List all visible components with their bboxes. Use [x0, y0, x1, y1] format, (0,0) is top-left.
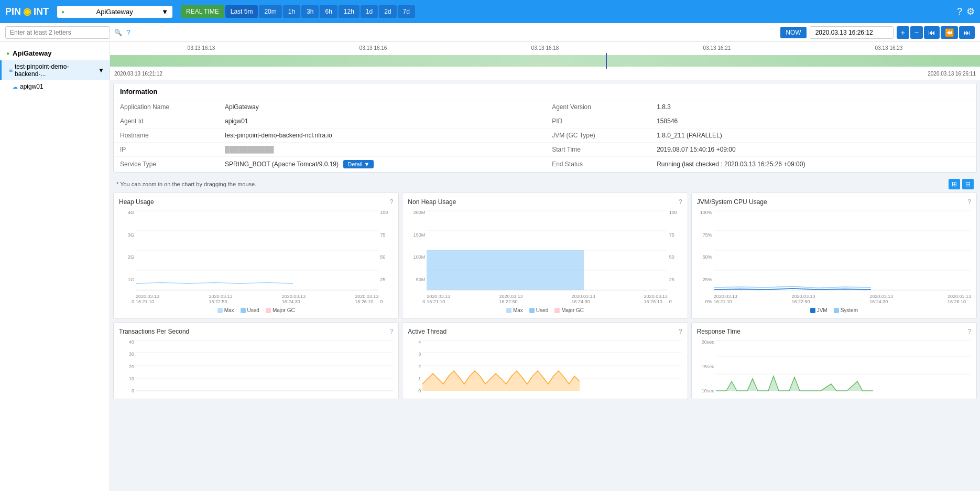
info-label: Application Name — [114, 100, 219, 114]
active-thread-wrapper: 43210 — [408, 339, 682, 393]
time-btn-6h[interactable]: 6h — [320, 5, 337, 18]
response-time-help-icon[interactable]: ? — [967, 328, 971, 335]
heap-help-icon[interactable]: ? — [390, 198, 394, 206]
sidebar-service-chevron: ▼ — [98, 67, 104, 74]
timeline-track[interactable] — [110, 53, 980, 69]
timeline-timestamps: 2020.03.13 16:21:12 2020.03.13 16:26:11 — [110, 70, 980, 78]
svg-marker-10 — [427, 250, 584, 290]
detail-button[interactable]: Detail ▼ — [343, 160, 374, 168]
info-label: Service Type — [114, 157, 219, 172]
info-label: Hostname — [114, 129, 219, 143]
sidebar-service-name: test-pinpoint-demo-backend-... — [15, 63, 96, 78]
sub-help-icon[interactable]: ? — [126, 28, 130, 37]
sidebar-agent-item[interactable]: ☁ apigw01 — [0, 80, 110, 93]
table-row: IP ███████████ Start Time 2019.08.07 15:… — [114, 143, 976, 157]
timeline-label-5: 03.13 16:23 — [875, 45, 903, 51]
zoom-in-button[interactable]: + — [897, 26, 909, 39]
table-row: Hostname test-pinpoint-demo-backend-ncl.… — [114, 129, 976, 143]
nh-legend-max: Max — [506, 307, 523, 313]
legend-majorgc: Major GC — [266, 307, 295, 313]
timeline-label-1: 03.13 16:13 — [188, 45, 215, 51]
tps-chart-svg — [136, 339, 393, 392]
time-btn-20m[interactable]: 20m — [259, 5, 281, 18]
sub-header: 🔍 ? NOW 2020.03.13 16:26:12 + − ⏮ ⏪ ⏭ — [0, 23, 980, 42]
time-btn-3h[interactable]: 3h — [301, 5, 319, 18]
heap-usage-title: Heap Usage ? — [119, 198, 393, 206]
time-btn-2d[interactable]: 2d — [379, 5, 396, 18]
sidebar-app-name: ApiGateway — [13, 49, 51, 57]
charts-hint: * You can zoom in on the chart by draggi… — [116, 181, 256, 187]
heap-chart-svg — [136, 210, 378, 291]
cpu-legend-system-dot — [834, 308, 839, 313]
search-input[interactable] — [5, 26, 110, 39]
tps-card: Transactions Per Second ? 403020100 — [113, 322, 399, 399]
search-icon[interactable]: 🔍 — [114, 29, 122, 36]
help-icon[interactable]: ? — [957, 6, 962, 17]
info-value: ApiGateway — [219, 100, 546, 114]
sidebar-app-dot: ● — [6, 50, 9, 56]
agent-icon: ☁ — [13, 84, 18, 90]
active-thread-help-icon[interactable]: ? — [679, 328, 682, 335]
logo-dot: ◉ — [23, 6, 31, 17]
info-panel: Information Application Name ApiGateway … — [113, 83, 977, 173]
list-view-button[interactable]: ⊟ — [962, 179, 974, 189]
next-button[interactable]: ⏭ — [959, 26, 975, 39]
non-heap-chart-area: 2020.03.1316:21:10 2020.03.1316:22:50 20… — [427, 210, 667, 304]
non-heap-help-icon[interactable]: ? — [679, 198, 682, 206]
app-selector[interactable]: ● ApiGateway ▼ — [57, 6, 172, 18]
charts-row-1: Heap Usage ? 4G3G2G1G0 — [110, 193, 980, 322]
timeline-ts-right: 2020.03.13 16:26:11 — [928, 71, 976, 77]
timeline-label-3: 03.13 16:18 — [531, 45, 559, 51]
realtime-button[interactable]: REAL TIME — [181, 5, 224, 18]
info-label: JVM (GC Type) — [546, 129, 650, 143]
last5m-button[interactable]: Last 5m — [225, 5, 258, 18]
heap-x-ticks: 2020.03.1316:21:10 2020.03.1316:22:50 20… — [136, 294, 378, 304]
heap-legend: Max Used Major GC — [119, 307, 393, 313]
heap-chart-area: 2020.03.1316:21:10 2020.03.1316:22:50 20… — [136, 210, 378, 304]
time-btn-1h[interactable]: 1h — [283, 5, 300, 18]
sidebar-agent-name: apigw01 — [20, 83, 43, 90]
legend-used: Used — [241, 307, 259, 313]
main-container: ● ApiGateway ≡ test-pinpoint-demo-backen… — [0, 42, 980, 491]
time-controls: REAL TIME Last 5m 20m 1h 3h 6h 12h 1d 2d… — [181, 5, 415, 18]
cpu-usage-card: JVM/System CPU Usage ? 100%75%50%25%0% — [691, 193, 977, 319]
timeline-cursor — [606, 53, 607, 69]
prev-prev-button[interactable]: ⏮ — [924, 26, 940, 39]
settings-icon[interactable]: ⚙ — [966, 6, 975, 17]
cpu-help-icon[interactable]: ? — [967, 198, 971, 206]
charts-header: * You can zoom in on the chart by draggi… — [110, 176, 980, 193]
rt-chart-area — [716, 339, 971, 393]
non-heap-y-ticks: 200M150M100M50M0 — [408, 210, 427, 304]
time-btn-12h[interactable]: 12h — [339, 5, 360, 18]
non-heap-usage-card: Non Heap Usage ? 200M150M100M50M0 — [402, 193, 688, 319]
cpu-legend: JVM System — [697, 307, 971, 313]
now-button[interactable]: NOW — [780, 27, 806, 38]
time-btn-7d[interactable]: 7d — [398, 5, 415, 18]
info-value: 1.8.3 — [650, 100, 976, 114]
tps-title: Transactions Per Second ? — [119, 328, 393, 335]
info-value: apigw01 — [219, 114, 546, 129]
info-label: Agent Id — [114, 114, 219, 129]
legend-used-dot — [241, 308, 246, 313]
info-value: 158546 — [650, 114, 976, 129]
table-row: Application Name ApiGateway Agent Versio… — [114, 100, 976, 114]
svg-marker-25 — [422, 371, 580, 391]
svg-marker-29 — [716, 376, 873, 391]
grid-view-button[interactable]: ⊞ — [949, 179, 960, 189]
info-label: Agent Version — [546, 100, 650, 114]
info-label: Start Time — [546, 143, 650, 157]
time-btn-1d[interactable]: 1d — [361, 5, 378, 18]
tps-help-icon[interactable]: ? — [390, 328, 394, 335]
info-value: ███████████ — [219, 143, 546, 157]
cpu-chart-area: 2020.03.1316:21:10 2020.03.1316:22:50 20… — [714, 210, 971, 304]
datetime-display: 2020.03.13 16:26:12 — [810, 26, 894, 39]
zoom-out-button[interactable]: − — [910, 26, 923, 39]
tps-y-ticks: 403020100 — [119, 339, 136, 393]
sidebar-service-item[interactable]: ≡ test-pinpoint-demo-backend-... ▼ — [0, 60, 110, 80]
heap-usage-card: Heap Usage ? 4G3G2G1G0 — [113, 193, 399, 319]
nh-legend-used: Used — [529, 307, 548, 313]
timeline-label-2: 03.13 16:16 — [360, 45, 387, 51]
rt-chart-wrapper: 20sec15sec10sec — [697, 339, 971, 393]
prev-button[interactable]: ⏪ — [941, 26, 958, 39]
at-y-ticks: 43210 — [408, 339, 422, 393]
